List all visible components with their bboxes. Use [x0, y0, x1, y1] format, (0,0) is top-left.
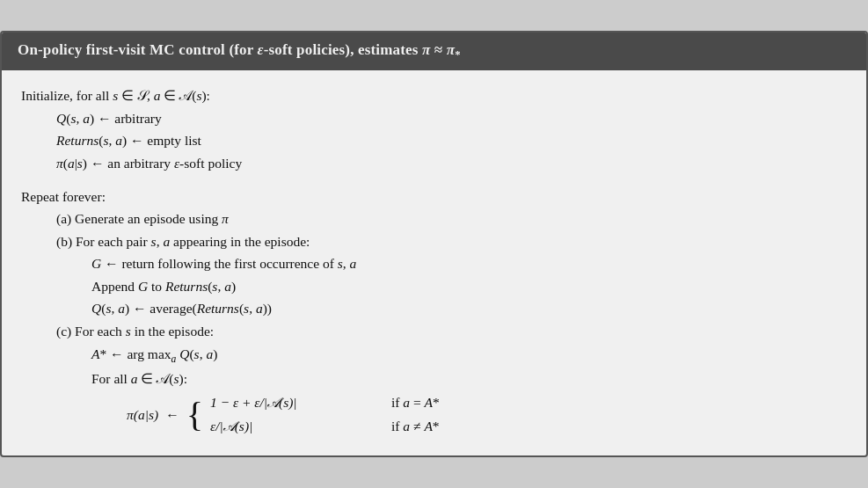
pi-lhs: π(a|s) [127, 404, 158, 426]
case-1-expr: 1 − ε + ε/|𝒜(s)| [210, 391, 377, 414]
piecewise-arrow: ← [165, 404, 179, 426]
header-text: On-policy first-visit MC control (for ε-… [18, 41, 461, 58]
a-star-line: A* ← arg maxa Q(s, a) [21, 343, 847, 368]
piecewise-cases: 1 − ε + ε/|𝒜(s)| if a = A* ε/|𝒜(s)| if a… [210, 391, 440, 438]
for-all-a-line: For all a ∈ 𝒜(s): [21, 368, 847, 390]
step-b-line: (b) For each pair s, a appearing in the … [21, 230, 847, 253]
append-g-line: Append G to Returns(s, a) [21, 275, 847, 298]
left-brace: { [186, 397, 203, 433]
spacer-1 [21, 175, 847, 186]
case-2-row: ε/|𝒜(s)| if a ≠ A* [210, 415, 440, 438]
algorithm-body: Initialize, for all s ∈ 𝒮, a ∈ 𝒜(s): Q(s… [2, 70, 866, 455]
q-init-line: Q(s, a) ← arbitrary [21, 107, 847, 130]
algorithm-box: On-policy first-visit MC control (for ε-… [0, 31, 868, 457]
case-1-row: 1 − ε + ε/|𝒜(s)| if a = A* [210, 391, 440, 414]
step-c-line: (c) For each s in the episode: [21, 320, 847, 343]
repeat-line: Repeat forever: [21, 186, 847, 208]
step-a-line: (a) Generate an episode using π [21, 208, 847, 230]
case-2-cond: if a ≠ A* [391, 415, 440, 438]
q-update-line: Q(s, a) ← average(Returns(s, a)) [21, 297, 847, 320]
case-1-cond: if a = A* [391, 391, 440, 414]
initialize-line: Initialize, for all s ∈ 𝒮, a ∈ 𝒜(s): [21, 84, 847, 107]
g-def-line: G ← return following the first occurrenc… [21, 252, 847, 275]
case-2-expr: ε/|𝒜(s)| [210, 415, 377, 438]
piecewise-definition: π(a|s) ← { 1 − ε + ε/|𝒜(s)| if a = A* ε/… [21, 391, 847, 438]
pi-init-line: π(a|s) ← an arbitrary ε-soft policy [21, 152, 847, 175]
algorithm-header: On-policy first-visit MC control (for ε-… [2, 33, 866, 70]
returns-init-line: Returns(s, a) ← empty list [21, 129, 847, 152]
